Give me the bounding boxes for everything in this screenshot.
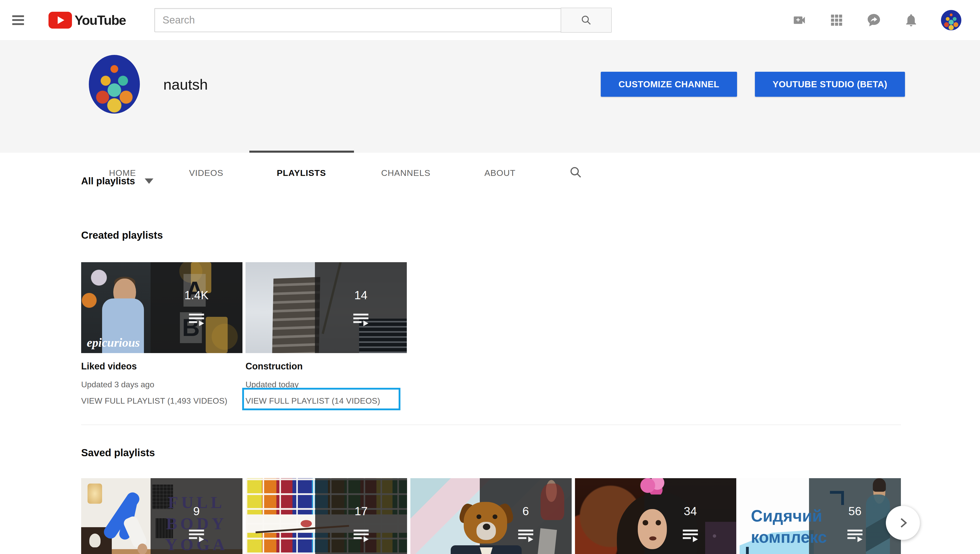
notifications-bell-icon[interactable] <box>904 13 918 27</box>
playlist-card-liked-videos: A B 1.4K epicurious Liked videos Updated… <box>81 262 242 406</box>
messages-icon[interactable] <box>866 13 881 27</box>
channel-avatar[interactable] <box>89 55 140 114</box>
hamburger-menu-icon[interactable] <box>12 15 24 25</box>
thumbnail-art <box>272 277 321 353</box>
customize-channel-button[interactable]: CUSTOMIZE CHANNEL <box>601 72 737 97</box>
thumbnail-art <box>643 520 648 525</box>
created-playlists-row: A B 1.4K epicurious Liked videos Updated… <box>81 262 901 406</box>
thumbnail-art <box>705 522 736 554</box>
playlist-title[interactable]: Construction <box>245 361 407 372</box>
playlist-updated: Updated today <box>245 380 407 389</box>
playlists-content: All playlists Created playlists A <box>0 153 980 554</box>
carousel-next-button[interactable] <box>886 506 920 540</box>
saved-playlist-thumbnail-yoga[interactable]: FULL BODY YOGA 9 <box>81 478 242 554</box>
view-full-playlist-link[interactable]: VIEW FULL PLAYLIST (1,493 VIDEOS) <box>81 396 242 406</box>
playlist-play-icon <box>847 529 863 543</box>
hamburger-bar <box>12 15 24 17</box>
video-count: 1.4K <box>185 288 209 302</box>
chevron-down-icon <box>145 178 153 184</box>
thumbnail-art <box>89 533 100 547</box>
playlist-play-icon <box>188 313 205 327</box>
search-bar <box>154 8 612 33</box>
hamburger-bar <box>12 19 24 21</box>
search-icon <box>581 14 592 26</box>
active-tab-underline <box>249 151 354 153</box>
thumbnail-art <box>640 478 667 495</box>
thumbnail-art <box>541 484 565 520</box>
video-count: 34 <box>684 504 697 518</box>
video-count: 9 <box>193 504 200 518</box>
youtube-logo[interactable]: YouTube <box>48 12 126 29</box>
playlist-play-icon <box>188 529 205 543</box>
thumbnail-art <box>830 491 844 505</box>
playlist-count-overlay: FULL BODY YOGA 9 <box>151 478 242 554</box>
saved-playlist-thumbnail-sitting-complex[interactable]: Сидячий комплекс 56 <box>740 478 901 554</box>
thumbnail-art <box>480 548 493 554</box>
all-playlists-label: All playlists <box>81 176 135 186</box>
video-count: 17 <box>355 504 368 518</box>
playlist-play-icon <box>517 529 534 543</box>
thumbnail-art <box>301 520 312 527</box>
channel-name: nautsh <box>163 76 208 93</box>
thumbnail-art <box>649 536 656 540</box>
playlist-play-icon <box>353 313 369 327</box>
search-button[interactable] <box>561 8 612 33</box>
youtube-channel-playlists-page: YouTube nautsh <box>0 0 980 554</box>
topbar-action-icons <box>792 10 961 30</box>
playlist-count-overlay: A B 1.4K <box>151 262 242 353</box>
all-playlists-dropdown[interactable]: All playlists <box>81 176 173 186</box>
thumbnail-art <box>206 317 228 353</box>
thumbnail-art <box>746 547 760 554</box>
thumbnail-art <box>873 478 886 492</box>
top-app-bar: YouTube <box>0 0 980 40</box>
youtube-logo-text: YouTube <box>75 13 126 28</box>
playlist-thumbnail[interactable]: 14 <box>245 262 407 353</box>
thumbnail-art <box>138 543 147 554</box>
saved-playlist-thumbnail-dog[interactable]: 6 <box>410 478 572 554</box>
saved-playlist-thumbnail-watercolor[interactable]: 17 <box>246 478 407 554</box>
thumbnail-brand-text: epicurious <box>87 336 140 350</box>
saved-playlists-heading: Saved playlists <box>81 447 901 458</box>
view-full-playlist-link[interactable]: VIEW FULL PLAYLIST (14 VIDEOS) <box>245 396 407 406</box>
create-video-icon[interactable] <box>792 13 807 27</box>
channel-header: nautsh CUSTOMIZE CHANNEL YOUTUBE STUDIO … <box>0 40 980 153</box>
playlist-card-construction: 14 Construction Updated today VIEW FULL … <box>245 262 407 406</box>
video-count: 14 <box>354 288 367 302</box>
playlist-thumbnail[interactable]: A B 1.4K epicurious <box>81 262 242 353</box>
video-count: 56 <box>848 504 861 518</box>
apps-grid-icon[interactable] <box>829 13 844 27</box>
saved-playlists-row: FULL BODY YOGA 9 17 <box>81 478 901 554</box>
chevron-right-icon <box>896 516 910 530</box>
playlist-play-icon <box>353 529 369 543</box>
section-divider <box>81 425 901 425</box>
thumbnail-art <box>537 528 557 554</box>
video-count: 6 <box>522 504 529 518</box>
playlist-play-icon <box>682 529 698 543</box>
thumbnail-title-text: Сидячий комплекс <box>751 506 828 548</box>
youtube-studio-button[interactable]: YOUTUBE STUDIO (BETA) <box>755 72 905 97</box>
playlist-count-overlay: 17 <box>315 478 407 554</box>
thumbnail-art <box>638 509 667 549</box>
playlist-title[interactable]: Liked videos <box>81 361 242 372</box>
playlist-updated: Updated 3 days ago <box>81 380 242 389</box>
search-input[interactable] <box>154 8 561 32</box>
thumbnail-art <box>88 484 102 503</box>
hamburger-bar <box>12 23 24 25</box>
saved-playlist-thumbnail-girl[interactable]: 34 <box>575 478 736 554</box>
created-playlists-heading: Created playlists <box>81 229 901 241</box>
account-avatar[interactable] <box>941 10 961 30</box>
youtube-play-icon <box>48 12 72 29</box>
thumbnail-art <box>483 524 490 530</box>
